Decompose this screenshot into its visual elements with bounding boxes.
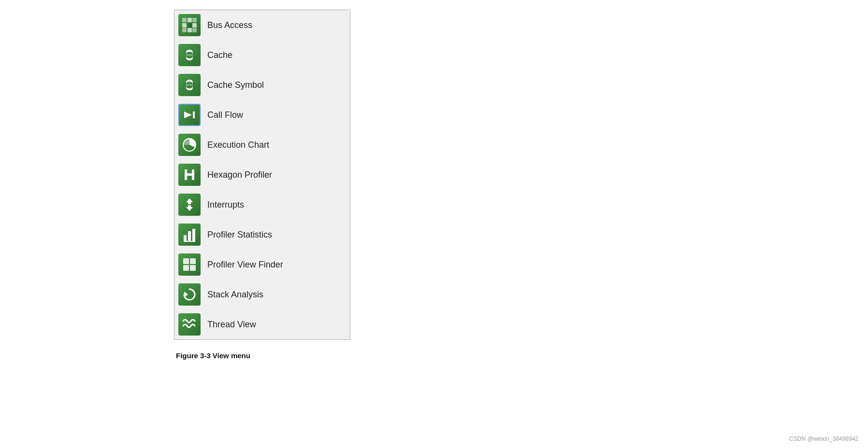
svg-rect-5 — [192, 23, 197, 28]
stack-analysis-label: Stack Analysis — [207, 290, 263, 300]
profiler-view-finder-icon — [178, 253, 201, 276]
svg-rect-4 — [188, 23, 192, 28]
menu-item-hexagon-profiler[interactable]: Hexagon Profiler — [174, 160, 350, 190]
execution-chart-icon — [178, 134, 201, 156]
svg-rect-7 — [188, 28, 192, 32]
stack-analysis-icon — [178, 283, 201, 306]
thread-view-label: Thread View — [207, 320, 256, 330]
svg-rect-12 — [193, 112, 195, 118]
profiler-statistics-label: Profiler Statistics — [207, 230, 272, 240]
svg-rect-9 — [186, 54, 193, 56]
menu-item-call-flow[interactable]: Call Flow — [174, 100, 350, 130]
svg-rect-19 — [188, 205, 191, 207]
call-flow-icon — [178, 104, 201, 126]
svg-rect-28 — [190, 265, 196, 271]
svg-rect-25 — [183, 258, 189, 264]
svg-rect-6 — [182, 28, 187, 32]
menu-item-thread-view[interactable]: Thread View — [174, 309, 350, 339]
menu-item-cache[interactable]: Cache — [174, 40, 350, 70]
menu-item-cache-symbol[interactable]: Cache Symbol — [174, 70, 350, 100]
menu-item-bus-access[interactable]: Bus Access — [174, 10, 350, 40]
svg-marker-29 — [184, 292, 188, 297]
svg-rect-1 — [188, 18, 192, 22]
svg-rect-0 — [182, 18, 187, 22]
svg-rect-18 — [188, 202, 191, 204]
svg-marker-17 — [186, 198, 193, 202]
profiler-statistics-icon — [178, 224, 201, 246]
menu-item-profiler-view-finder[interactable]: Profiler View Finder — [174, 250, 350, 280]
execution-chart-label: Execution Chart — [207, 140, 269, 150]
svg-rect-8 — [192, 28, 197, 32]
thread-view-icon — [178, 313, 201, 336]
cache-symbol-icon — [178, 74, 201, 96]
menu-item-interrupts[interactable]: Interrupts — [174, 190, 350, 220]
svg-marker-11 — [184, 112, 192, 118]
cache-symbol-label: Cache Symbol — [207, 80, 264, 90]
watermark: CSDN @weixin_38498942 — [789, 435, 858, 442]
hexagon-profiler-label: Hexagon Profiler — [207, 170, 272, 180]
svg-rect-2 — [192, 18, 197, 22]
cache-icon — [178, 44, 201, 66]
svg-rect-26 — [190, 258, 196, 264]
bus-access-icon — [178, 14, 201, 36]
hexagon-profiler-icon — [178, 164, 201, 186]
interrupts-label: Interrupts — [207, 200, 244, 210]
call-flow-label: Call Flow — [207, 110, 243, 120]
view-menu: Bus Access Cache — [174, 10, 350, 340]
svg-rect-27 — [183, 265, 189, 271]
svg-rect-3 — [182, 23, 187, 28]
menu-item-profiler-statistics[interactable]: Profiler Statistics — [174, 220, 350, 250]
svg-rect-21 — [184, 235, 187, 241]
svg-rect-16 — [185, 173, 194, 176]
svg-rect-23 — [192, 229, 195, 241]
cache-label: Cache — [207, 50, 232, 60]
menu-item-execution-chart[interactable]: Execution Chart — [174, 130, 350, 160]
svg-marker-20 — [186, 207, 193, 211]
svg-rect-24 — [184, 241, 195, 242]
interrupts-icon — [178, 194, 201, 216]
profiler-view-finder-label: Profiler View Finder — [207, 260, 283, 270]
menu-item-stack-analysis[interactable]: Stack Analysis — [174, 280, 350, 309]
svg-rect-22 — [188, 231, 191, 241]
figure-caption: Figure 3-3 View menu — [174, 351, 250, 360]
svg-rect-10 — [186, 84, 193, 86]
bus-access-label: Bus Access — [207, 20, 252, 30]
